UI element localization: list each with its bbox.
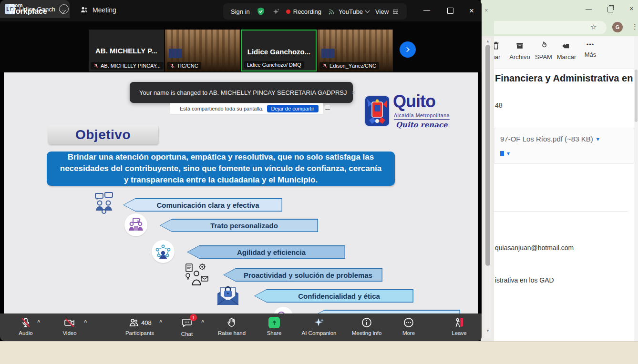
clipped-link[interactable] <box>500 151 504 156</box>
flame-icon <box>539 41 548 51</box>
browser-restore-icon[interactable] <box>607 7 613 12</box>
strip-scrollbar[interactable]: ▲ ▼ <box>484 38 491 338</box>
divider <box>494 211 628 212</box>
email-subject: Financiera y Administrativa en <box>495 73 633 84</box>
window-minimize-icon[interactable]: — <box>423 6 430 14</box>
bookmark-star-icon[interactable]: ☆ <box>590 23 597 31</box>
slide-title-box: Objetivo <box>48 125 158 144</box>
recording-dot-icon <box>286 10 290 14</box>
raised-hand-icon <box>226 317 237 328</box>
raise-hand-button[interactable]: Raise hand <box>213 317 251 336</box>
chevron-down-icon <box>365 9 370 13</box>
video-options-caret[interactable]: ^ <box>84 319 87 325</box>
browser-scrollbar[interactable] <box>634 36 638 341</box>
ai-companion-button[interactable]: AI Companion <box>293 317 345 336</box>
mail-more-button[interactable]: ••• Más <box>578 41 603 58</box>
proactivity-icon <box>184 263 210 288</box>
sender-email: quiasanjuan@hotmail.com <box>495 244 574 252</box>
leave-icon <box>453 317 465 328</box>
window-close-icon[interactable]: × <box>469 6 474 16</box>
more-dots-icon: ••• <box>587 41 595 48</box>
attachment-name[interactable]: 97-OF Los Ríos.pdf (~83 KB) <box>500 135 593 143</box>
shield-check-icon[interactable] <box>256 7 266 16</box>
browser-minimize-icon[interactable]: — <box>586 6 592 12</box>
email-meta: 48 <box>495 101 503 109</box>
participant-tile[interactable]: AB. MICHELLY P... AB. MICHELLY PINCAY... <box>89 30 164 71</box>
list-arrow: Trato personalizado <box>160 219 318 232</box>
more-icon <box>403 317 414 328</box>
tab-meeting[interactable]: Meeting <box>80 5 116 14</box>
browser-profile-avatar[interactable]: G <box>612 22 623 32</box>
participants-icon <box>128 317 139 328</box>
grid-view-icon <box>392 8 399 15</box>
objective-box: Brindar una atención oportuna, empática … <box>47 152 395 186</box>
share-bar-minimize-icon[interactable]: — <box>325 105 330 112</box>
stop-sharing-button[interactable]: Dejar de compartir <box>267 105 319 112</box>
info-icon <box>361 317 372 328</box>
mic-muted-icon <box>93 63 99 69</box>
chat-button[interactable]: 1 Chat <box>173 317 201 337</box>
participant-tile-active[interactable]: Lidice Ganchozo... Lidice Ganchozo/ DMQ <box>241 30 317 71</box>
participant-tile[interactable]: Edison_Yánez/CNC <box>318 30 393 71</box>
participants-options-caret[interactable]: ^ <box>159 319 162 325</box>
attachment-dropdown-icon[interactable]: ▾ <box>597 136 599 142</box>
audio-options-caret[interactable]: ^ <box>37 319 40 325</box>
browser-menu-icon[interactable]: ⋮ <box>631 22 638 31</box>
scroll-up-icon[interactable]: ▲ <box>484 39 491 44</box>
shared-screen-slide: Quito Alcaldía Metropolitana Quito renac… <box>4 72 478 313</box>
more-button[interactable]: More <box>392 317 425 336</box>
people-icon <box>80 5 89 14</box>
list-arrow: Comunicación clara y efectiva <box>123 198 282 212</box>
quito-tagline: Quito renace <box>396 121 448 129</box>
audio-button[interactable]: Audio <box>11 317 40 336</box>
quito-subtitle: Alcaldía Metropolitana <box>394 112 450 120</box>
chat-options-caret[interactable]: ^ <box>201 319 204 325</box>
browser-close-icon[interactable]: × <box>629 5 634 11</box>
zoom-brand: zoom Workplace <box>9 2 47 16</box>
window-maximize-icon[interactable] <box>447 8 453 14</box>
sparkle-icon[interactable] <box>272 8 280 16</box>
mail-spam-button[interactable]: SPAM <box>531 41 556 61</box>
list-arrow: Agilidad y eficiencia <box>187 245 345 259</box>
zoom-titlebar: zoom Workplace Meeting LG Lidice Ganch …… <box>0 0 482 21</box>
address-bar[interactable] <box>489 21 607 34</box>
strip-close-icon[interactable]: × <box>484 7 488 14</box>
toast-text: Your name is changed to AB. MICHELLY PIN… <box>130 89 351 96</box>
email-snippet: istrativa en los GAD <box>495 276 554 284</box>
objective-text: Brindar una atención oportuna, empática … <box>47 152 395 186</box>
camera-muted-icon <box>63 317 76 328</box>
sign-in-button[interactable]: Sign in <box>231 8 250 15</box>
list-arrow: Confidencialidad y ética <box>254 289 413 303</box>
strip-top <box>481 0 494 36</box>
agility-icon <box>152 240 175 263</box>
participants-count: 408 <box>141 319 152 326</box>
leave-button[interactable]: Leave <box>442 317 476 336</box>
chat-badge: 1 <box>190 314 197 321</box>
participant-name-label: TIC/CNC <box>167 62 201 70</box>
archive-icon <box>515 41 525 51</box>
mail-tag-button[interactable]: Marcar <box>554 41 579 61</box>
participants-button[interactable]: 408 Participants <box>113 317 166 336</box>
participant-tile[interactable]: TIC/CNC <box>165 30 240 71</box>
name-change-toast: Your name is changed to AB. MICHELLY PIN… <box>130 82 353 103</box>
next-participants-button[interactable] <box>400 41 416 58</box>
meeting-info-button[interactable]: Meeting info <box>345 317 388 336</box>
tag-icon <box>562 41 571 51</box>
share-button[interactable]: Share <box>257 317 291 336</box>
attachment-card[interactable]: 97-OF Los Ríos.pdf (~83 KB) ▾ ▾ <box>494 128 634 164</box>
participant-name-label: Lidice Ganchozo/ DMQ <box>244 61 304 69</box>
screen-share-bar: Está compartiendo toda su pantalla. Deja… <box>170 103 323 114</box>
scroll-down-icon[interactable]: ▼ <box>484 329 491 334</box>
mic-muted-icon <box>20 317 31 328</box>
list-arrow-clipped <box>312 310 460 313</box>
scrollbar-thumb[interactable] <box>485 45 490 266</box>
taskbar: P X P W FES G zm ESP <box>0 341 638 364</box>
mail-archive-button[interactable]: Archivo <box>507 41 532 61</box>
video-button[interactable]: Video <box>55 317 84 336</box>
youtube-stream-button[interactable]: YouTube <box>328 8 369 16</box>
toast-close-icon[interactable]: × <box>351 89 362 96</box>
ai-sparkle-icon <box>313 317 325 328</box>
view-button[interactable]: View <box>375 8 399 15</box>
attachment-dropdown-icon-2[interactable]: ▾ <box>507 150 510 157</box>
chevron-right-icon <box>404 46 411 53</box>
